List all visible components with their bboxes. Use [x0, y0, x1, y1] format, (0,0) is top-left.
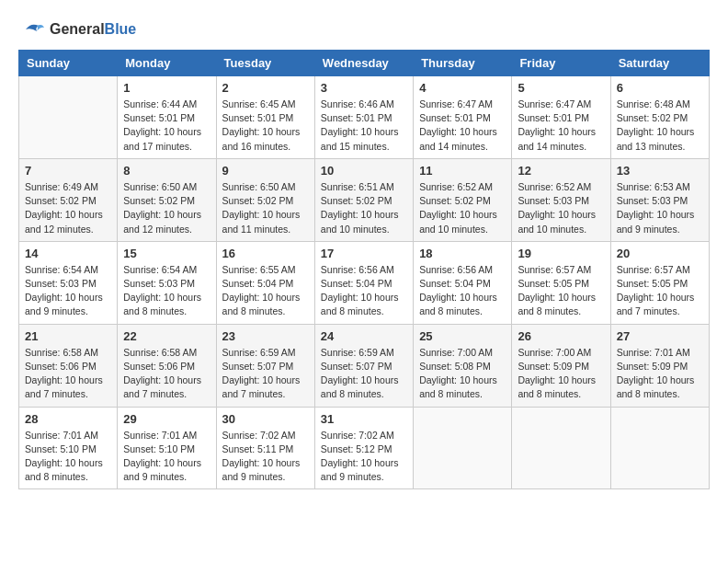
day-number: 6 — [617, 81, 703, 95]
day-number: 17 — [321, 247, 407, 260]
day-number: 9 — [222, 164, 309, 178]
logo: GeneralBlue — [18, 18, 136, 40]
day-number: 31 — [321, 412, 407, 426]
day-number: 20 — [617, 247, 703, 260]
calendar-cell: 17Sunrise: 6:56 AM Sunset: 5:04 PM Dayli… — [314, 241, 413, 324]
day-info: Sunrise: 6:47 AM Sunset: 5:01 PM Dayligh… — [419, 98, 506, 154]
calendar-cell: 27Sunrise: 7:01 AM Sunset: 5:09 PM Dayli… — [610, 324, 709, 407]
calendar-cell: 30Sunrise: 7:02 AM Sunset: 5:11 PM Dayli… — [216, 407, 314, 489]
day-info: Sunrise: 7:01 AM Sunset: 5:09 PM Dayligh… — [617, 346, 703, 402]
day-info: Sunrise: 6:44 AM Sunset: 5:01 PM Dayligh… — [123, 98, 210, 154]
day-info: Sunrise: 6:52 AM Sunset: 5:02 PM Dayligh… — [419, 180, 506, 236]
day-number: 28 — [25, 412, 111, 426]
calendar-cell: 26Sunrise: 7:00 AM Sunset: 5:09 PM Dayli… — [512, 324, 610, 407]
calendar-cell: 13Sunrise: 6:53 AM Sunset: 5:03 PM Dayli… — [610, 158, 709, 241]
day-number: 12 — [518, 164, 604, 178]
day-info: Sunrise: 7:02 AM Sunset: 5:11 PM Dayligh… — [222, 429, 309, 485]
calendar-cell: 8Sunrise: 6:50 AM Sunset: 5:02 PM Daylig… — [118, 158, 216, 241]
column-header-tuesday: Tuesday — [216, 51, 314, 76]
day-number: 3 — [321, 81, 407, 95]
column-header-thursday: Thursday — [414, 51, 512, 76]
calendar-cell: 3Sunrise: 6:46 AM Sunset: 5:01 PM Daylig… — [314, 76, 413, 159]
logo-text: GeneralBlue — [50, 21, 136, 38]
calendar-cell: 28Sunrise: 7:01 AM Sunset: 5:10 PM Dayli… — [19, 407, 118, 489]
day-info: Sunrise: 6:58 AM Sunset: 5:06 PM Dayligh… — [25, 346, 111, 402]
day-info: Sunrise: 6:50 AM Sunset: 5:02 PM Dayligh… — [123, 180, 210, 236]
calendar-cell: 1Sunrise: 6:44 AM Sunset: 5:01 PM Daylig… — [118, 76, 216, 159]
day-info: Sunrise: 6:47 AM Sunset: 5:01 PM Dayligh… — [518, 98, 604, 154]
column-header-saturday: Saturday — [610, 51, 709, 76]
day-number: 1 — [123, 81, 210, 95]
calendar-cell: 14Sunrise: 6:54 AM Sunset: 5:03 PM Dayli… — [19, 241, 118, 324]
column-header-wednesday: Wednesday — [314, 51, 413, 76]
day-number: 23 — [222, 329, 309, 343]
calendar-cell — [414, 407, 512, 489]
day-info: Sunrise: 6:57 AM Sunset: 5:05 PM Dayligh… — [518, 263, 604, 319]
header-row: SundayMondayTuesdayWednesdayThursdayFrid… — [19, 51, 710, 76]
calendar-cell: 15Sunrise: 6:54 AM Sunset: 5:03 PM Dayli… — [118, 241, 216, 324]
day-number: 27 — [617, 329, 703, 343]
calendar-cell: 22Sunrise: 6:58 AM Sunset: 5:06 PM Dayli… — [118, 324, 216, 407]
day-info: Sunrise: 7:00 AM Sunset: 5:08 PM Dayligh… — [419, 346, 506, 402]
day-info: Sunrise: 6:48 AM Sunset: 5:02 PM Dayligh… — [617, 98, 703, 154]
column-header-monday: Monday — [118, 51, 216, 76]
day-info: Sunrise: 6:55 AM Sunset: 5:04 PM Dayligh… — [222, 263, 309, 319]
day-number: 5 — [518, 81, 604, 95]
week-row-3: 14Sunrise: 6:54 AM Sunset: 5:03 PM Dayli… — [19, 241, 710, 324]
calendar-cell: 24Sunrise: 6:59 AM Sunset: 5:07 PM Dayli… — [314, 324, 413, 407]
calendar-table: SundayMondayTuesdayWednesdayThursdayFrid… — [18, 50, 710, 489]
column-header-friday: Friday — [512, 51, 610, 76]
calendar-cell — [610, 407, 709, 489]
day-number: 14 — [25, 247, 111, 260]
calendar-cell — [19, 76, 118, 159]
day-number: 16 — [222, 247, 309, 260]
day-number: 21 — [25, 329, 111, 343]
day-info: Sunrise: 6:51 AM Sunset: 5:02 PM Dayligh… — [321, 180, 407, 236]
day-info: Sunrise: 6:46 AM Sunset: 5:01 PM Dayligh… — [321, 98, 407, 154]
day-number: 13 — [617, 164, 703, 178]
calendar-cell: 10Sunrise: 6:51 AM Sunset: 5:02 PM Dayli… — [314, 158, 413, 241]
week-row-1: 1Sunrise: 6:44 AM Sunset: 5:01 PM Daylig… — [19, 76, 710, 159]
calendar-cell: 20Sunrise: 6:57 AM Sunset: 5:05 PM Dayli… — [610, 241, 709, 324]
day-number: 7 — [25, 164, 111, 178]
calendar-cell: 18Sunrise: 6:56 AM Sunset: 5:04 PM Dayli… — [414, 241, 512, 324]
day-info: Sunrise: 6:57 AM Sunset: 5:05 PM Dayligh… — [617, 263, 703, 319]
day-info: Sunrise: 6:56 AM Sunset: 5:04 PM Dayligh… — [419, 263, 506, 319]
logo-icon — [18, 18, 46, 40]
calendar-cell: 25Sunrise: 7:00 AM Sunset: 5:08 PM Dayli… — [414, 324, 512, 407]
day-info: Sunrise: 7:01 AM Sunset: 5:10 PM Dayligh… — [123, 429, 210, 485]
week-row-4: 21Sunrise: 6:58 AM Sunset: 5:06 PM Dayli… — [19, 324, 710, 407]
day-info: Sunrise: 6:58 AM Sunset: 5:06 PM Dayligh… — [123, 346, 210, 402]
calendar-header: SundayMondayTuesdayWednesdayThursdayFrid… — [19, 51, 710, 76]
calendar-cell: 6Sunrise: 6:48 AM Sunset: 5:02 PM Daylig… — [610, 76, 709, 159]
day-number: 22 — [123, 329, 210, 343]
calendar-cell: 21Sunrise: 6:58 AM Sunset: 5:06 PM Dayli… — [19, 324, 118, 407]
day-info: Sunrise: 6:59 AM Sunset: 5:07 PM Dayligh… — [222, 346, 309, 402]
day-info: Sunrise: 6:52 AM Sunset: 5:03 PM Dayligh… — [518, 180, 604, 236]
calendar-body: 1Sunrise: 6:44 AM Sunset: 5:01 PM Daylig… — [19, 76, 710, 489]
day-info: Sunrise: 7:00 AM Sunset: 5:09 PM Dayligh… — [518, 346, 604, 402]
column-header-sunday: Sunday — [19, 51, 118, 76]
day-info: Sunrise: 7:01 AM Sunset: 5:10 PM Dayligh… — [25, 429, 111, 485]
calendar-cell: 29Sunrise: 7:01 AM Sunset: 5:10 PM Dayli… — [118, 407, 216, 489]
day-info: Sunrise: 6:59 AM Sunset: 5:07 PM Dayligh… — [321, 346, 407, 402]
day-number: 26 — [518, 329, 604, 343]
day-number: 10 — [321, 164, 407, 178]
day-info: Sunrise: 6:56 AM Sunset: 5:04 PM Dayligh… — [321, 263, 407, 319]
calendar-cell — [512, 407, 610, 489]
day-number: 24 — [321, 329, 407, 343]
day-number: 15 — [123, 247, 210, 260]
day-info: Sunrise: 6:54 AM Sunset: 5:03 PM Dayligh… — [123, 263, 210, 319]
calendar-cell: 4Sunrise: 6:47 AM Sunset: 5:01 PM Daylig… — [414, 76, 512, 159]
week-row-5: 28Sunrise: 7:01 AM Sunset: 5:10 PM Dayli… — [19, 407, 710, 489]
day-number: 30 — [222, 412, 309, 426]
calendar-cell: 2Sunrise: 6:45 AM Sunset: 5:01 PM Daylig… — [216, 76, 314, 159]
calendar-cell: 19Sunrise: 6:57 AM Sunset: 5:05 PM Dayli… — [512, 241, 610, 324]
calendar-cell: 7Sunrise: 6:49 AM Sunset: 5:02 PM Daylig… — [19, 158, 118, 241]
calendar-cell: 5Sunrise: 6:47 AM Sunset: 5:01 PM Daylig… — [512, 76, 610, 159]
day-info: Sunrise: 6:53 AM Sunset: 5:03 PM Dayligh… — [617, 180, 703, 236]
calendar-cell: 23Sunrise: 6:59 AM Sunset: 5:07 PM Dayli… — [216, 324, 314, 407]
page-header: GeneralBlue — [18, 18, 710, 40]
day-number: 25 — [419, 329, 506, 343]
day-info: Sunrise: 6:49 AM Sunset: 5:02 PM Dayligh… — [25, 180, 111, 236]
